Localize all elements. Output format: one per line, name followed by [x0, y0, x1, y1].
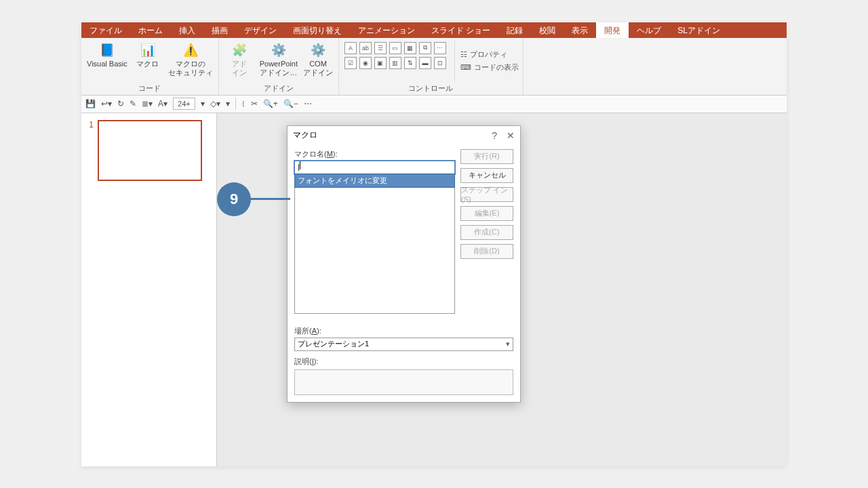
tab-design[interactable]: デザイン — [236, 22, 285, 38]
control-list-icon[interactable]: ☰ — [374, 42, 387, 54]
slide-thumbnail[interactable] — [98, 120, 202, 181]
group-label-controls: コントロール — [343, 82, 519, 94]
control-combo-icon[interactable]: ▭ — [389, 42, 401, 54]
control-frame-icon[interactable]: ▥ — [389, 57, 401, 69]
tab-transitions[interactable]: 画面切り替え — [285, 22, 350, 38]
control-spin-icon[interactable]: ⇅ — [404, 57, 416, 69]
description-box[interactable] — [294, 369, 513, 395]
tab-insert[interactable]: 挿入 — [171, 22, 203, 38]
location-label: 場所(A): — [294, 326, 513, 336]
close-icon[interactable]: ✕ — [507, 130, 515, 141]
zoom-out-icon[interactable]: 🔍− — [283, 99, 298, 108]
tab-draw[interactable]: 描画 — [203, 22, 236, 38]
control-more-icon[interactable]: ⋯ — [434, 42, 446, 54]
group-label-code: コード — [85, 82, 214, 94]
macro-list[interactable]: フォントをメイリオに変更 — [294, 174, 455, 314]
controls-grid[interactable]: A ab ☰ ▭ ▦ ⧉ ⋯ ☑ ◉ ▣ ▥ ⇅ ▬ ⊡ — [343, 41, 448, 82]
help-button[interactable]: ? — [492, 130, 497, 141]
redo-icon[interactable]: ↻ — [117, 99, 124, 108]
group-label-addins: アドイン — [223, 82, 334, 94]
location-select[interactable]: プレゼンテーション1 — [294, 338, 513, 351]
undo-icon[interactable]: ↩︎▾ — [101, 99, 112, 108]
addins-button: 🧩 アド イン — [223, 41, 256, 82]
create-button[interactable]: 作成(C) — [460, 225, 513, 240]
ribbon: 📘 Visual Basic 📊 マクロ ⚠️ マクロの セキュリティ コード … — [81, 38, 787, 96]
control-toggle-icon[interactable]: ▣ — [374, 57, 387, 69]
dialog-title: マクロ — [293, 129, 317, 141]
control-text-icon[interactable]: A — [344, 42, 357, 54]
addin-icon: 🧩 — [230, 42, 249, 58]
control-extra-icon[interactable]: ⊡ — [434, 57, 446, 69]
gear-icon: ⚙️ — [309, 42, 328, 58]
gear-icon: ⚙️ — [269, 42, 288, 58]
font-size-box[interactable]: 24+ — [173, 98, 195, 110]
thumbnail-row[interactable]: 1 — [85, 120, 212, 181]
macro-dialog: マクロ ? ✕ マクロ名(M): | フォントをメイリオに変更 実行(R) キャ… — [287, 125, 521, 403]
separator — [235, 98, 236, 110]
font-color-icon[interactable]: A▾ — [158, 99, 167, 108]
control-image-icon[interactable]: ▦ — [404, 42, 416, 54]
tab-view[interactable]: 表示 — [564, 22, 596, 38]
annotation-connector — [250, 198, 290, 200]
dropdown-icon[interactable]: ▾ — [226, 99, 230, 108]
tab-file[interactable]: ファイル — [81, 22, 130, 38]
macros-button[interactable]: 📊 マクロ — [132, 41, 164, 82]
cancel-button[interactable]: キャンセル — [460, 168, 513, 183]
properties-icon: ☷ — [460, 50, 467, 59]
powerpoint-addins-button[interactable]: ⚙️ PowerPoint アドイン… — [258, 41, 299, 82]
macro-list-item[interactable]: フォントをメイリオに変更 — [294, 174, 455, 188]
chevron-down-icon[interactable]: ▾ — [201, 99, 205, 108]
macros-icon: 📊 — [138, 42, 157, 58]
zoom-in-icon[interactable]: 🔍+ — [263, 99, 278, 108]
warning-icon: ⚠️ — [181, 42, 200, 58]
vb-icon: 📘 — [98, 42, 117, 58]
bullets-icon[interactable]: ≣▾ — [142, 99, 153, 108]
control-button-icon[interactable]: ▬ — [419, 57, 431, 69]
overflow-icon[interactable]: ⋯ — [304, 99, 312, 108]
slide-thumbnails-panel: 1 — [81, 113, 217, 466]
slide-number: 1 — [85, 120, 94, 181]
macro-name-input[interactable]: | — [294, 161, 455, 174]
control-scroll-icon[interactable]: ⧉ — [419, 42, 431, 54]
code-icon: ⌨ — [460, 63, 471, 72]
quick-access-toolbar: 💾 ↩︎▾ ↻ ✎ ≣▾ A▾ 24+ ▾ ◇▾ ▾ ⫶ ✂ 🔍+ 🔍− ⋯ — [81, 96, 787, 113]
control-option-icon[interactable]: ◉ — [359, 57, 372, 69]
tab-home[interactable]: ホーム — [130, 22, 171, 38]
edit-button[interactable]: 編集(E) — [460, 206, 513, 221]
tab-developer[interactable]: 開発 — [596, 22, 629, 38]
visual-basic-button[interactable]: 📘 Visual Basic — [85, 41, 129, 82]
tab-slideshow[interactable]: スライド ショー — [423, 22, 498, 38]
macro-name-label: マクロ名(M): — [294, 149, 455, 159]
control-check-icon[interactable]: ☑ — [344, 57, 357, 69]
description-label: 説明(I): — [294, 357, 513, 367]
spell-icon[interactable]: ✎ — [130, 99, 136, 108]
run-button[interactable]: 実行(R) — [460, 149, 513, 164]
shapes-icon[interactable]: ◇▾ — [210, 99, 220, 108]
tab-record[interactable]: 記録 — [498, 22, 531, 38]
align-icon[interactable]: ⫶ — [241, 99, 245, 108]
control-label-icon[interactable]: ab — [359, 42, 372, 54]
tab-sladdin[interactable]: SLアドイン — [669, 22, 728, 38]
cut-icon[interactable]: ✂ — [251, 99, 258, 108]
properties-button[interactable]: ☷プロパティ — [460, 49, 519, 60]
save-icon[interactable]: 💾 — [85, 99, 96, 108]
ribbon-tabbar: ファイル ホーム 挿入 描画 デザイン 画面切り替え アニメーション スライド … — [81, 22, 787, 38]
view-code-button[interactable]: ⌨コードの表示 — [460, 62, 519, 73]
dialog-titlebar: マクロ ? ✕ — [288, 126, 520, 145]
tab-review[interactable]: 校閲 — [531, 22, 564, 38]
macro-security-button[interactable]: ⚠️ マクロの セキュリティ — [167, 41, 214, 82]
tab-animations[interactable]: アニメーション — [350, 22, 423, 38]
delete-button[interactable]: 削除(D) — [460, 244, 513, 259]
com-addins-button[interactable]: ⚙️ COM アドイン — [302, 41, 334, 82]
step-in-button[interactable]: ステップ イン(S) — [460, 187, 513, 202]
step-badge: 9 — [217, 182, 251, 216]
tab-help[interactable]: ヘルプ — [629, 22, 669, 38]
